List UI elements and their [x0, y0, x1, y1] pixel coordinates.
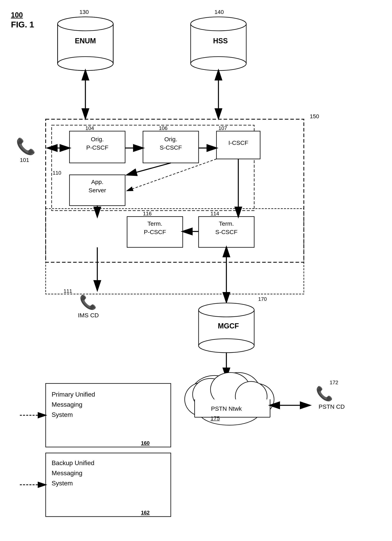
- svg-point-5: [58, 57, 113, 71]
- pstn-cd-label: PSTN CD: [316, 403, 347, 410]
- primary-ums-ref: 160: [141, 440, 150, 446]
- ims-cd-label: IMS CD: [72, 312, 104, 319]
- phone-ref-101: 101: [20, 157, 29, 163]
- icscf-label: I-CSCF: [217, 140, 259, 146]
- svg-line-28: [127, 159, 217, 191]
- svg-point-15: [191, 57, 246, 71]
- orig-scscf-label: Orig.S-CSCF: [146, 135, 196, 152]
- svg-point-9: [58, 17, 113, 31]
- app-server-label: App.Server: [72, 178, 122, 194]
- hss-label: HSS: [208, 37, 232, 45]
- svg-point-48: [192, 384, 267, 419]
- pstn-cd-icon: 📞: [316, 385, 333, 402]
- term-scscf-ref: 114: [211, 211, 219, 217]
- phone-icon-101: 📞: [16, 137, 36, 156]
- svg-point-40: [199, 303, 254, 317]
- svg-point-41: [199, 339, 254, 353]
- mgcf-ref: 170: [258, 296, 267, 302]
- svg-point-14: [191, 17, 246, 31]
- ims-cd-icon: 📞: [79, 294, 97, 310]
- orig-pcscf-label: Orig.P-CSCF: [72, 135, 122, 152]
- pstn-cd-ref: 172: [330, 380, 338, 386]
- diagram-container: 100 FIG. 1 130 ENUM 140 HSS 150 📞 101 10…: [0, 0, 392, 541]
- term-scscf-label: Term.S-CSCF: [201, 219, 252, 236]
- svg-line-27: [127, 163, 171, 175]
- icscf-ref: 107: [218, 125, 227, 131]
- backup-ums-label: Backup UnifiedMessagingSystem: [52, 458, 135, 489]
- pstn-cloud: [185, 373, 274, 425]
- enum-label: ENUM: [69, 37, 101, 45]
- orig-pcscf-ref: 104: [85, 125, 94, 131]
- svg-point-10: [58, 57, 113, 71]
- pstn-ntwk-ref: 175: [211, 415, 220, 421]
- ims-cd-ref: 111: [64, 288, 72, 294]
- ims-network-ref: 150: [310, 113, 319, 120]
- pstn-ntwk-label: PSTN Ntwk: [202, 405, 250, 412]
- ref-100: 100: [11, 11, 23, 19]
- term-pcscf-label: Term.P-CSCF: [129, 219, 181, 236]
- svg-point-44: [217, 373, 260, 410]
- fig-title: FIG. 1: [11, 20, 34, 29]
- backup-ums-ref: 162: [141, 510, 150, 516]
- svg-point-4: [58, 17, 113, 31]
- svg-point-50: [211, 373, 250, 406]
- hss-ref: 140: [214, 9, 224, 15]
- orig-scscf-ref: 106: [159, 125, 167, 131]
- enum-ref: 130: [79, 9, 89, 15]
- term-pcscf-ref: 116: [143, 211, 151, 217]
- primary-ums-label: Primary UnifiedMessagingSystem: [52, 389, 135, 420]
- mgcf-label: MGCF: [214, 322, 242, 330]
- app-server-ref: 110: [53, 170, 61, 176]
